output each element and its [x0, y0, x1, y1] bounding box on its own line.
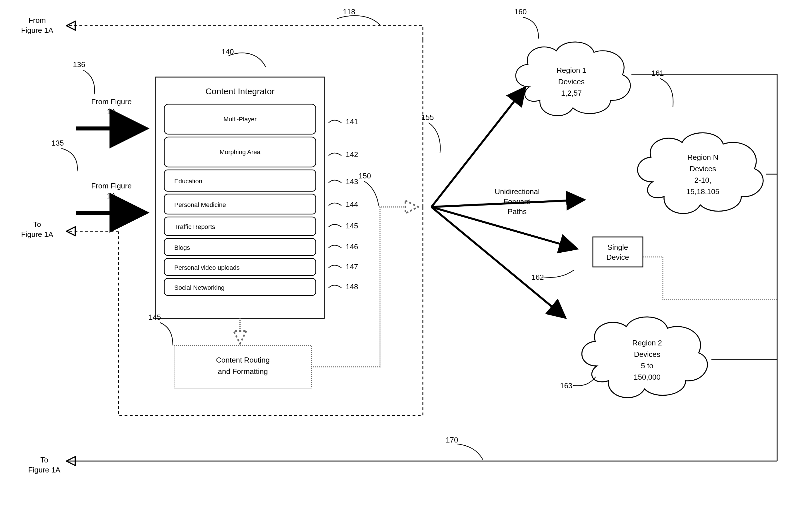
leader-150 — [364, 181, 379, 206]
caption-135-2: 1A — [107, 192, 116, 200]
ref-145b: 145 — [148, 313, 161, 321]
ref-136: 136 — [73, 60, 85, 69]
caption-to-fig-bot-2: Figure 1A — [28, 466, 61, 474]
cloudN-l4: 15,18,105 — [686, 187, 720, 196]
ref-143: 143 — [346, 177, 358, 186]
ref-146: 146 — [346, 242, 358, 251]
row-label-6: Personal video uploads — [174, 264, 240, 271]
svg-line-3 — [432, 207, 564, 317]
ref-160: 160 — [514, 7, 526, 16]
ref-148: 148 — [346, 282, 358, 291]
row-label-7: Social Networking — [174, 284, 224, 291]
leader-136 — [83, 70, 95, 94]
leader-144 — [329, 203, 342, 206]
svg-line-2 — [432, 207, 576, 249]
ref-161: 161 — [651, 69, 664, 77]
leader-160 — [523, 17, 539, 39]
row-label-0: Multi-Player — [223, 116, 257, 123]
cloud2-l1: Region 2 — [632, 339, 662, 347]
caption-from-fig-top-1: From — [29, 16, 46, 25]
forward-title-2: Forward — [504, 197, 531, 206]
single-device-l2: Device — [606, 253, 629, 261]
leader-135 — [61, 148, 77, 171]
content-routing — [174, 345, 311, 388]
cloudN-l1: Region N — [687, 153, 718, 162]
diagram-canvas: From Figure 1A 118 136 From Figure 1A 13… — [0, 0, 812, 525]
ref-144: 144 — [346, 200, 358, 209]
routing-title-1: Content Routing — [216, 356, 270, 364]
caption-136-2: 1A — [107, 107, 116, 116]
caption-135-1: From Figure — [91, 182, 132, 190]
leader-118 — [337, 16, 380, 25]
leader-163 — [573, 377, 596, 386]
cloud2-l4: 150,000 — [634, 373, 661, 381]
row-label-1: Morphing Area — [219, 148, 261, 155]
caption-to-fig-mid-2: Figure 1A — [21, 230, 54, 239]
single-device-l1: Single — [607, 243, 628, 252]
leader-145a — [329, 224, 342, 227]
leader-148 — [329, 285, 342, 288]
cloudN-l3: 2-10, — [694, 176, 711, 184]
path-150 — [311, 207, 417, 367]
caption-to-fig-bot-1: To — [40, 456, 48, 464]
routing-title-2: and Formatting — [218, 367, 268, 376]
integrator-title: Content Integrator — [205, 87, 275, 96]
cloud2-l2: Devices — [634, 350, 660, 359]
ref-150: 150 — [359, 171, 371, 180]
cloudN-l2: Devices — [690, 164, 716, 173]
row-label-2: Education — [174, 178, 202, 185]
leader-147 — [329, 265, 342, 268]
row-label-4: Traffic Reports — [174, 223, 215, 230]
leader-170 — [457, 444, 483, 460]
single-device — [593, 237, 643, 267]
ref-118: 118 — [343, 7, 355, 16]
leader-146 — [329, 245, 342, 248]
ref-145a: 145 — [346, 222, 358, 230]
forward-title-1: Unidirectional — [495, 187, 540, 196]
row-label-5: Blogs — [174, 244, 190, 251]
ref-163: 163 — [560, 381, 572, 390]
ref-155: 155 — [421, 113, 434, 122]
caption-to-fig-mid-1: To — [33, 220, 41, 229]
ref-135: 135 — [52, 139, 64, 147]
cloud1-l2: Devices — [558, 77, 584, 86]
leader-141 — [329, 120, 342, 123]
cloud2-l3: 5 to — [641, 361, 653, 370]
bus-from-single — [643, 257, 777, 300]
ref-140: 140 — [221, 47, 234, 56]
leader-155 — [429, 123, 440, 153]
ref-162: 162 — [532, 273, 544, 282]
row-label-3: Personal Medicine — [174, 201, 226, 208]
leader-145b — [160, 322, 173, 345]
ref-147: 147 — [346, 262, 358, 271]
leader-143 — [329, 180, 342, 183]
ref-170: 170 — [446, 436, 458, 444]
leader-161 — [660, 78, 673, 107]
leader-140 — [229, 53, 266, 67]
caption-from-fig-top-2: Figure 1A — [21, 26, 54, 34]
leader-142 — [329, 153, 342, 155]
leader-162 — [543, 270, 574, 278]
cloud-region-n — [638, 133, 763, 213]
path-118 — [67, 26, 423, 40]
ref-141: 141 — [346, 117, 358, 126]
cloud1-l1: Region 1 — [556, 66, 586, 75]
caption-136-1: From Figure — [91, 97, 132, 106]
ref-142: 142 — [346, 150, 358, 159]
cloud1-l3: 1,2,57 — [561, 89, 582, 97]
forward-title-3: Paths — [508, 207, 527, 216]
